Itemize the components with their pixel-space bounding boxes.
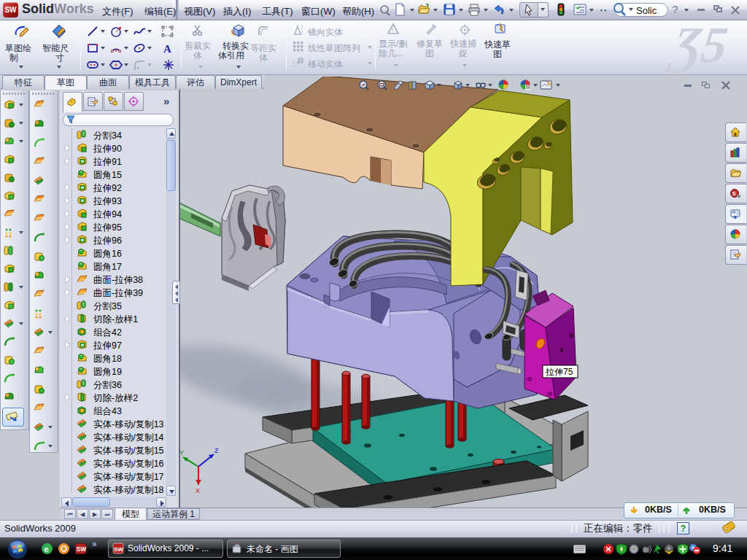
svg-text:S: S: [732, 191, 736, 196]
svg-text:SW: SW: [77, 545, 88, 553]
svg-text:Z: Z: [214, 447, 219, 454]
svg-text:Y: Y: [180, 449, 184, 456]
svg-text:e: e: [44, 545, 49, 553]
svg-text:X: X: [196, 487, 200, 494]
svg-text:A: A: [163, 43, 171, 55]
svg-text:拉伸75: 拉伸75: [545, 367, 573, 377]
svg-text:SW: SW: [114, 546, 123, 553]
svg-text:+: +: [433, 23, 437, 30]
svg-text:!: !: [392, 26, 394, 34]
